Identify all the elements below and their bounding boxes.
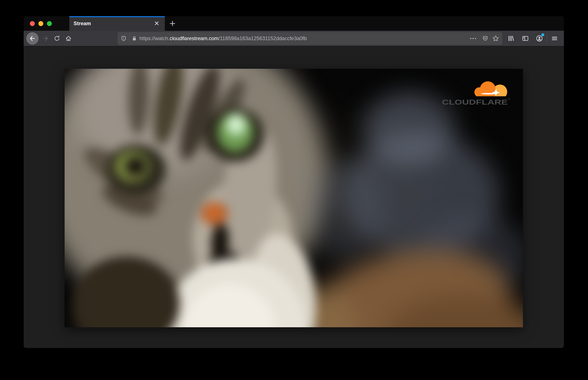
- url-domain: cloudflarestream.com: [170, 36, 218, 41]
- tab-strip: Stream ✕ +: [24, 16, 564, 31]
- cat-blob: [205, 205, 222, 220]
- close-window-button[interactable]: [30, 21, 35, 26]
- sidebar-icon: [522, 35, 529, 42]
- cloudflare-cloud-icon: [474, 81, 507, 99]
- url-text[interactable]: https://watch.cloudflarestream.com/11859…: [139, 36, 469, 41]
- zoom-window-button[interactable]: [47, 21, 52, 26]
- bookmark-button[interactable]: [492, 35, 499, 42]
- pocket-icon: [482, 35, 489, 42]
- sidebar-button[interactable]: [521, 34, 530, 43]
- tab-title: Stream: [73, 20, 153, 26]
- pocket-button[interactable]: [482, 35, 489, 42]
- star-icon: [492, 35, 499, 42]
- back-button[interactable]: [26, 32, 39, 45]
- lock-icon[interactable]: [131, 36, 137, 41]
- reload-button[interactable]: [52, 34, 62, 43]
- cloudflare-registered-mark: ®: [508, 98, 510, 100]
- library-button[interactable]: [506, 34, 516, 43]
- plus-icon: +: [170, 18, 175, 29]
- cat-blob: [73, 257, 180, 327]
- tab-stream[interactable]: Stream ✕: [69, 16, 165, 31]
- home-icon: [65, 35, 72, 42]
- library-icon: [507, 35, 515, 42]
- menu-button[interactable]: [550, 34, 559, 43]
- cloudflare-logo: CLOUDFLARE ®: [442, 81, 510, 106]
- video-player[interactable]: CLOUDFLARE ®: [65, 69, 523, 327]
- account-button[interactable]: [535, 34, 544, 43]
- cat-blob: [127, 69, 150, 135]
- arrow-right-icon: [42, 35, 49, 42]
- url-path: /118598a163a125631152ddaccfe3a0fb: [219, 36, 307, 41]
- account-notification-dot: [541, 33, 544, 36]
- reload-icon: [53, 35, 60, 42]
- forward-button[interactable]: [41, 34, 50, 43]
- urlbar-separator: [129, 36, 129, 41]
- tab-close-icon[interactable]: ✕: [153, 19, 161, 28]
- new-tab-button[interactable]: +: [165, 16, 180, 31]
- cloudflare-wordmark: CLOUDFLARE: [442, 98, 508, 106]
- cat-blob: [125, 157, 146, 175]
- address-bar[interactable]: https://watch.cloudflarestream.com/11859…: [118, 32, 502, 45]
- browser-window: Stream ✕ +: [24, 16, 564, 348]
- home-button[interactable]: [64, 34, 73, 43]
- hamburger-icon: [551, 35, 558, 42]
- arrow-left-icon: [29, 35, 36, 42]
- page-content: CLOUDFLARE ®: [24, 47, 564, 347]
- toolbar-separator: [547, 34, 547, 43]
- minimize-window-button[interactable]: [38, 21, 43, 26]
- toolbar-icons: [506, 34, 564, 43]
- page-actions-icon[interactable]: •••: [470, 36, 477, 41]
- tracking-protection-shield-icon[interactable]: [121, 35, 127, 42]
- url-prefix: https://watch.: [139, 36, 170, 41]
- video-frame-detail-layer: [65, 69, 523, 327]
- traffic-lights: [24, 16, 69, 31]
- navigation-toolbar: https://watch.cloudflarestream.com/11859…: [24, 31, 564, 47]
- cat-blob: [226, 114, 246, 135]
